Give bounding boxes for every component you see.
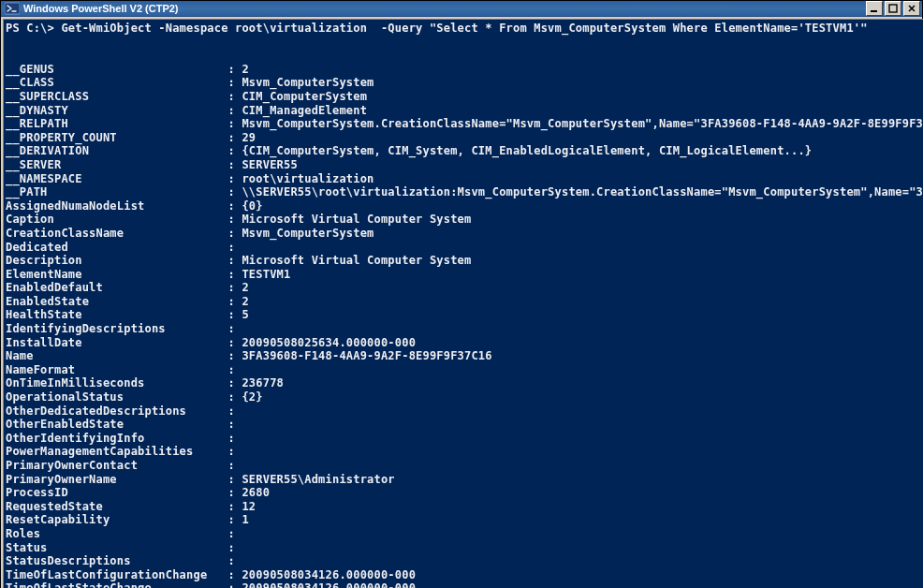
window-frame: Windows PowerShell V2 (CTP2) PS C:\> Get…: [0, 0, 923, 588]
window-controls: [864, 1, 920, 16]
console-frame: PS C:\> Get-WmiObject -Namespace root\vi…: [1, 17, 922, 588]
minimize-button[interactable]: [866, 1, 883, 16]
titlebar[interactable]: Windows PowerShell V2 (CTP2): [1, 1, 922, 17]
maximize-button[interactable]: [885, 1, 901, 16]
svg-rect-0: [5, 3, 20, 14]
console-area: PS C:\> Get-WmiObject -Namespace root\vi…: [3, 19, 923, 588]
svg-rect-1: [871, 10, 877, 12]
console-output[interactable]: PS C:\> Get-WmiObject -Namespace root\vi…: [4, 20, 923, 588]
svg-rect-2: [889, 5, 897, 12]
close-button[interactable]: [903, 1, 920, 16]
powershell-icon: [5, 1, 20, 16]
window-title: Windows PowerShell V2 (CTP2): [23, 3, 864, 14]
